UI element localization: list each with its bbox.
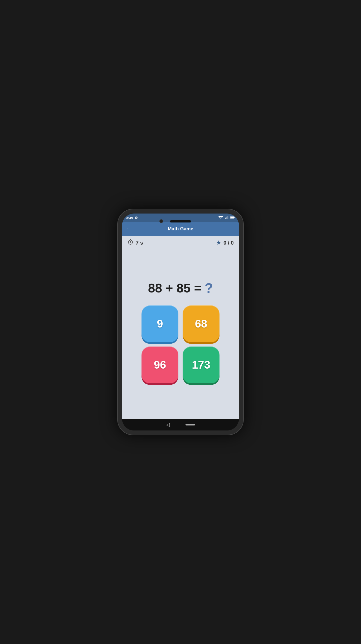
timer-section: 7 s [127,239,143,247]
settings-icon: ⚙ [135,216,138,220]
answer-button-2[interactable]: 68 [183,305,219,342]
app-title: Math Game [168,226,193,232]
score-value: 0 / 0 [223,240,234,246]
star-icon: ★ [216,239,221,246]
timer-icon [127,239,134,247]
answer-button-1[interactable]: 9 [142,305,178,342]
timer-value: 7 s [136,240,143,246]
battery-icon [230,216,235,220]
back-button[interactable]: ← [126,225,132,232]
nav-home-indicator[interactable] [186,424,195,425]
nav-bar: ◁ [122,419,239,430]
phone-camera [159,219,163,223]
phone-inner: 3:49 ⚙ [122,214,239,430]
svg-rect-2 [226,217,227,219]
svg-rect-1 [225,218,226,219]
svg-rect-3 [227,216,227,219]
svg-rect-6 [234,217,235,218]
question-mark: ? [205,280,213,296]
time-display: 3:49 [126,216,133,220]
game-area: 7 s ★ 0 / 0 88 + 85 = ? 9 [122,236,239,419]
answers-grid: 9 68 96 173 [135,305,226,383]
wifi-icon [218,216,223,220]
score-section: ★ 0 / 0 [216,239,234,246]
svg-rect-4 [228,216,228,219]
svg-rect-7 [230,217,234,218]
answer-value-2: 68 [195,318,207,330]
answer-value-1: 9 [157,318,163,330]
status-right [218,216,235,220]
question-equation: 88 + 85 = [148,281,202,295]
answer-value-3: 96 [154,359,166,371]
top-bar: ← Math Game [122,222,239,236]
stats-row: 7 s ★ 0 / 0 [122,236,239,250]
phone-outer: 3:49 ⚙ [117,209,244,435]
answer-button-3[interactable]: 96 [142,346,178,383]
question-container: 88 + 85 = ? 9 68 96 173 [122,250,239,419]
status-left: 3:49 ⚙ [126,216,138,220]
phone-speaker [170,220,191,222]
answer-value-4: 173 [192,359,210,371]
svg-point-0 [220,218,221,219]
nav-back-icon[interactable]: ◁ [166,422,170,428]
signal-icon [225,216,228,220]
question-display: 88 + 85 = ? [148,280,213,296]
answer-button-4[interactable]: 173 [183,346,219,383]
